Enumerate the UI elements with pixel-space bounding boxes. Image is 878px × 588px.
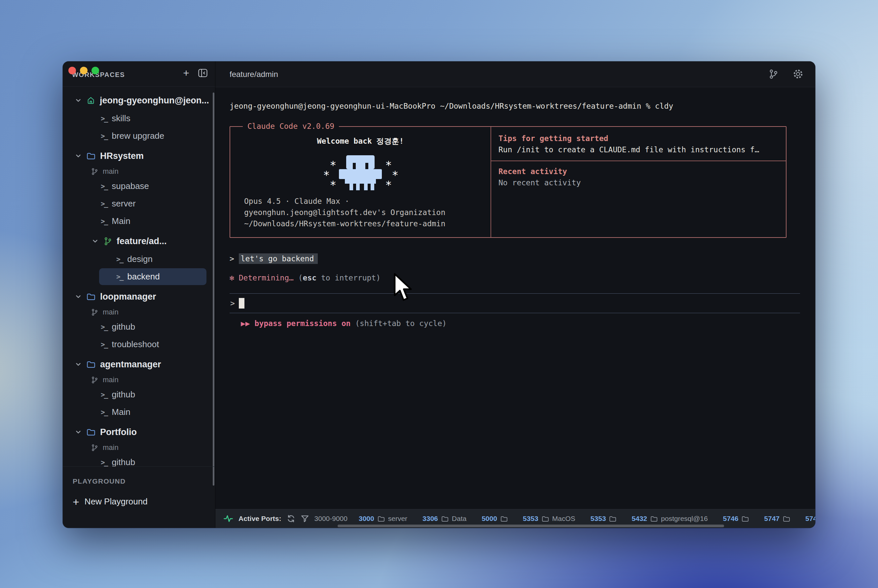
port-entry-5000[interactable]: 5000 bbox=[482, 514, 508, 523]
tree-item-label: backend bbox=[127, 272, 160, 282]
chevron-down-icon[interactable] bbox=[75, 97, 82, 104]
input-prompt-char: > bbox=[230, 298, 235, 309]
tree-item-label: github bbox=[112, 322, 135, 332]
claude-input-box[interactable]: > bbox=[229, 293, 800, 313]
port-number: 3306 bbox=[423, 514, 438, 523]
minimize-window-button[interactable] bbox=[80, 67, 87, 74]
folder-icon bbox=[609, 516, 616, 522]
tree-item-main[interactable]: main bbox=[63, 374, 215, 386]
ports-scrollbar[interactable] bbox=[337, 525, 724, 527]
tree-item-main[interactable]: >_Main bbox=[63, 212, 215, 230]
active-ports-label: Active Ports: bbox=[238, 514, 282, 523]
tree-item-label: loopmanager bbox=[100, 292, 156, 302]
agent-status-line: ✻ Determining… (esc to interrupt) bbox=[229, 272, 800, 284]
tree-item-hrsystem[interactable]: HRsystem bbox=[63, 147, 215, 165]
close-window-button[interactable] bbox=[68, 67, 76, 74]
claude-robot-icon: *** *** bbox=[230, 152, 490, 192]
tips-title: Tips for getting started bbox=[499, 133, 778, 144]
port-label: MacOS bbox=[552, 514, 575, 523]
tree-item-main[interactable]: main bbox=[63, 441, 215, 453]
terminal-icon: >_ bbox=[101, 182, 107, 190]
folder-icon bbox=[87, 360, 96, 368]
port-entry-5748[interactable]: 5748 bbox=[805, 514, 815, 523]
terminal-content[interactable]: jeong-gyeonghun@jeong-gyeonghun-ui-MacBo… bbox=[215, 87, 815, 509]
branch-icon-green bbox=[103, 237, 112, 246]
port-entry-3000[interactable]: 3000server bbox=[359, 514, 407, 523]
chevron-down-icon[interactable] bbox=[91, 237, 99, 245]
tree-item-portfolio[interactable]: Portfolio bbox=[63, 423, 215, 441]
port-range-filter[interactable]: 3000-9000 bbox=[315, 514, 348, 523]
new-playground-button[interactable]: + New Playground bbox=[73, 496, 148, 507]
port-entry-5353[interactable]: 5353 bbox=[590, 514, 617, 523]
tree-item-agentmanager[interactable]: agentmanager bbox=[63, 355, 215, 374]
funnel-icon[interactable] bbox=[301, 514, 309, 523]
port-number: 5748 bbox=[805, 514, 815, 523]
tree-item-main[interactable]: >_Main bbox=[63, 404, 215, 421]
tree-item-label: skills bbox=[112, 113, 130, 123]
chevron-down-icon[interactable] bbox=[75, 361, 82, 368]
folder-icon bbox=[542, 516, 549, 522]
sidebar-scrollbar[interactable] bbox=[213, 93, 214, 486]
chevron-down-icon[interactable] bbox=[75, 429, 82, 436]
svg-text:*: * bbox=[392, 168, 399, 182]
port-label: Data bbox=[452, 514, 466, 523]
port-entry-3306[interactable]: 3306Data bbox=[423, 514, 466, 523]
add-workspace-button[interactable]: + bbox=[183, 68, 189, 78]
refresh-icon[interactable] bbox=[287, 514, 295, 523]
tree-item-github[interactable]: >_github bbox=[63, 386, 215, 404]
branch-icon bbox=[91, 376, 98, 384]
tree-item-backend[interactable]: >_backend bbox=[63, 268, 215, 285]
svg-text:*: * bbox=[323, 168, 330, 182]
tree-item-label: troubleshoot bbox=[112, 339, 159, 350]
port-number: 5353 bbox=[523, 514, 538, 523]
tree-item-label: HRsystem bbox=[100, 151, 144, 161]
tree-item-github[interactable]: >_github bbox=[63, 453, 215, 466]
gear-icon[interactable] bbox=[793, 69, 803, 79]
terminal-tab-title: feature/admin bbox=[229, 70, 278, 79]
tree-item-supabase[interactable]: >_supabase bbox=[63, 177, 215, 195]
zoom-window-button[interactable] bbox=[91, 67, 99, 74]
tree-item-label: brew upgrade bbox=[112, 131, 164, 141]
chevron-down-icon[interactable] bbox=[75, 293, 82, 300]
collapse-sidebar-icon[interactable] bbox=[198, 68, 208, 78]
tree-item-troubleshoot[interactable]: >_troubleshoot bbox=[63, 336, 215, 353]
tree-item-label: Main bbox=[112, 407, 130, 417]
git-branch-icon[interactable] bbox=[768, 69, 778, 79]
terminal-pane: feature/admin bbox=[215, 62, 815, 528]
port-entry-5747[interactable]: 5747 bbox=[764, 514, 790, 523]
tree-item-design[interactable]: >_design bbox=[63, 250, 215, 268]
sidebar: WORKSPACES + jeong-gyeonghun@jeon...>_sk… bbox=[63, 62, 215, 528]
recent-activity-body: No recent activity bbox=[499, 177, 778, 188]
banner-box-title: Claude Code v2.0.69 bbox=[243, 121, 339, 132]
port-entry-5432[interactable]: 5432postgresql@16 bbox=[632, 514, 707, 523]
tree-item-label: main bbox=[103, 443, 118, 452]
banner-model-line: Opus 4.5 · Claude Max · bbox=[244, 195, 490, 207]
port-entry-5353[interactable]: 5353MacOS bbox=[523, 514, 575, 523]
port-number: 3000 bbox=[359, 514, 374, 523]
terminal-icon: >_ bbox=[101, 408, 107, 416]
terminal-icon: >_ bbox=[116, 255, 123, 263]
tree-item-github[interactable]: >_github bbox=[63, 318, 215, 336]
folder-icon bbox=[87, 428, 96, 436]
port-entry-5746[interactable]: 5746 bbox=[723, 514, 749, 523]
chevron-down-icon[interactable] bbox=[75, 152, 82, 159]
tree-item-label: design bbox=[127, 254, 153, 264]
tree-item-jeong-gyeonghun-jeon-[interactable]: jeong-gyeonghun@jeon... bbox=[63, 91, 215, 110]
tree-item-brew-upgrade[interactable]: >_brew upgrade bbox=[63, 127, 215, 145]
banner-org-line: gyeonghun.jeong@lightsoft.dev's Organiza… bbox=[244, 207, 490, 218]
tree-item-main[interactable]: main bbox=[63, 165, 215, 177]
tree-item-feature-ad-[interactable]: feature/ad... bbox=[63, 232, 215, 250]
tree-item-main[interactable]: main bbox=[63, 306, 215, 318]
port-number: 5000 bbox=[482, 514, 497, 523]
port-number: 5353 bbox=[590, 514, 606, 523]
tree-item-label: main bbox=[103, 376, 118, 384]
tree-item-skills[interactable]: >_skills bbox=[63, 110, 215, 127]
branch-icon bbox=[91, 308, 98, 316]
tree-item-loopmanager[interactable]: loopmanager bbox=[63, 287, 215, 306]
folder-icon bbox=[742, 516, 749, 522]
svg-text:*: * bbox=[385, 159, 392, 172]
tree-item-server[interactable]: >_server bbox=[63, 195, 215, 212]
svg-text:*: * bbox=[385, 178, 392, 192]
app-window: WORKSPACES + jeong-gyeonghun@jeon...>_sk… bbox=[63, 62, 815, 528]
window-traffic-lights bbox=[68, 67, 108, 75]
